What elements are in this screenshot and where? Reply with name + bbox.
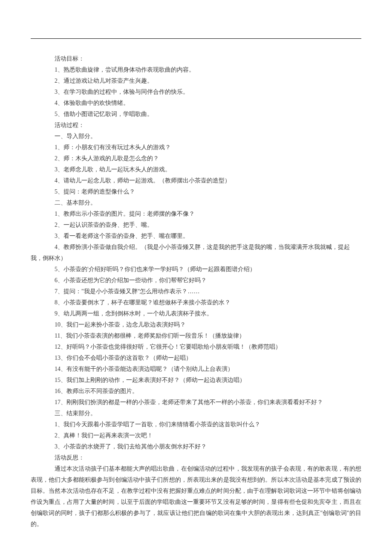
part3-title: 三、结束部分。 — [31, 408, 361, 419]
part1-item: 2、师：木头人游戏的儿歌是怎么念的？ — [31, 153, 361, 164]
reflection-body: 通过本次活动孩子们基本都能大声的唱出歌曲，在创编活动的过程中，我发现有的孩子会表… — [31, 463, 361, 530]
horizontal-rule — [31, 38, 361, 39]
part2-item: 6、小茶壶还想为它的介绍加一些动作，你们帮帮它好吗？ — [31, 275, 361, 286]
part2-item-4-line2: 我，倒杯水） — [31, 253, 361, 264]
part2-title: 二、基本部分。 — [31, 197, 361, 208]
part2-item: 11、我们小茶壶表演的都很棒，老师奖励你们听一段音乐！（播放旋律） — [31, 330, 361, 341]
goal-item: 3、在学习歌曲的过程中，体验与同伴合作的快乐。 — [31, 87, 361, 98]
part2-item: 9、幼儿两两一组，念到倒杯水时，一个幼儿表演杯子接水。 — [31, 308, 361, 319]
goal-item: 2、通过游戏让幼儿对茶壶产生兴趣。 — [31, 75, 361, 87]
part1-item: 4、请幼儿一起念儿歌，师幼一起游戏。（教师摆出小茶壶的造型） — [31, 175, 361, 186]
process-title: 活动过程： — [31, 120, 361, 131]
part2-item: 16、教师出示不同茶壶的图片。 — [31, 386, 361, 397]
part3-item: 2、真棒！我们一起再来表演一次吧！ — [31, 430, 361, 441]
goals-title: 活动目标： — [31, 53, 361, 64]
part2-item: 14、有没有能干的小茶壶能边表演边唱呢？（请个别幼儿上台表演） — [31, 364, 361, 375]
part2-item: 3、看一看老师这个茶壶的壶身、把手、嘴在哪里。 — [31, 231, 361, 242]
goal-item: 1、熟悉歌曲旋律，尝试用身体动作表现歌曲的内容。 — [31, 64, 361, 75]
part2-item: 5、小茶壶的'介绍好听吗？你们也来学一学好吗？（师幼一起跟着图谱介绍） — [31, 264, 361, 275]
part2-item: 2、一起认识茶壶的壶身、把手、嘴。 — [31, 220, 361, 231]
part2-item: 10、我们一起来扮小茶壶，边念儿歌边表演好吗？ — [31, 319, 361, 330]
part2-item-4-line1: 4、教师扮演小茶壶做自我介绍。（我是小小茶壶矮又胖，这是我的把手这是我的嘴，当我… — [31, 242, 361, 253]
goal-item: 4、体验歌曲中的欢快情绪。 — [31, 98, 361, 109]
document-page: 活动目标： 1、熟悉歌曲旋律，尝试用身体动作表现歌曲的内容。 2、通过游戏让幼儿… — [0, 0, 392, 555]
part1-item: 1、师：小朋友们有没有玩过木头人的游戏？ — [31, 142, 361, 153]
part1-item: 3、老师念儿歌，幼儿一起玩木头人的游戏。 — [31, 164, 361, 175]
part2-item: 12、好听吗？小茶壶也觉得很好听，它很开心！它要唱歌给小朋友听哦！（教师范唱） — [31, 341, 361, 353]
part3-item: 3、小茶壶的水烧开了，我们去给其他小朋友倒水好不好？ — [31, 441, 361, 452]
part1-item: 5、提问：老师的造型像什么？ — [31, 186, 361, 197]
part2-item: 7、提问："我是小小茶壶矮又胖"怎么用动作表示？…… — [31, 286, 361, 297]
part1-title: 一、导入部分。 — [31, 131, 361, 142]
part2-item: 13、你们会不会唱小茶壶的这首歌？（师幼一起唱） — [31, 353, 361, 364]
reflection-title: 活动反思： — [31, 452, 361, 463]
part3-item: 1、我们今天跟着小茶壶学唱了一首歌，你们来猜猜看小茶壶的这首歌叫什么？ — [31, 419, 361, 430]
part2-item: 8、小茶壶要倒水了，杯子在哪里呢？谁想做杯子来接小茶壶的水？ — [31, 297, 361, 308]
part2-item: 1、教师出示小茶壶的图片。提问：老师摆的像不像？ — [31, 208, 361, 220]
goal-item: 5、借助小图谱记忆歌词，学唱歌曲。 — [31, 109, 361, 120]
part2-item: 17、刚刚我们扮演的都是一样的小茶壶，老师还带来了其他不一样的小茶壶，你们来表演… — [31, 397, 361, 408]
part2-item: 15、我们加上刚刚的动作，一起来表演好不好？（师幼一起边表演边唱） — [31, 375, 361, 386]
